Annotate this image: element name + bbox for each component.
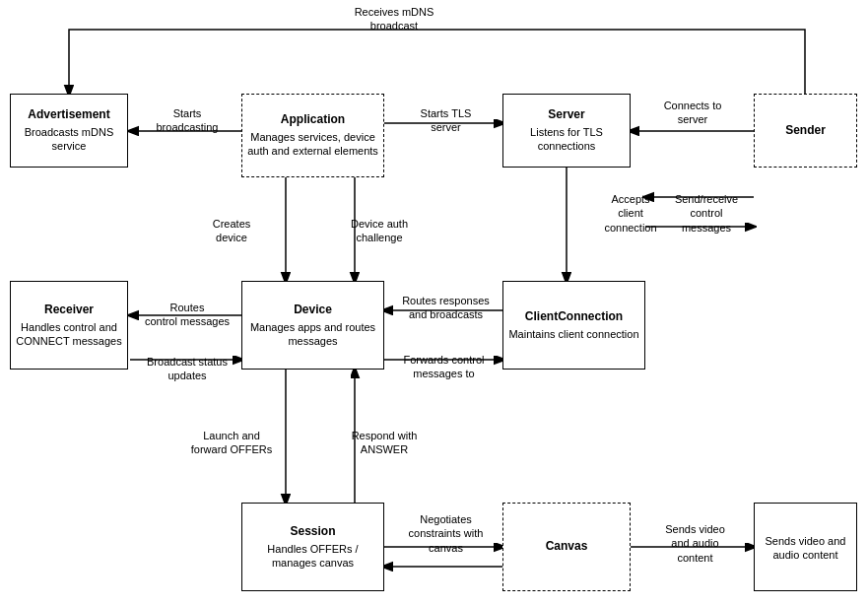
connects-server-label: Connects toserver: [638, 99, 747, 127]
device-title: Device: [294, 303, 332, 318]
clientconnection-desc: Maintains client connection: [508, 327, 638, 341]
routes-responses-label: Routes responsesand broadcasts: [389, 294, 502, 322]
session-box: Session Handles OFFERs / manages canvas: [241, 503, 384, 591]
canvas-title: Canvas: [546, 539, 588, 555]
application-title: Application: [281, 112, 345, 128]
canvas-box: Canvas: [502, 503, 631, 591]
clientconnection-title: ClientConnection: [525, 309, 623, 325]
starts-broadcasting-label: Startsbroadcasting: [138, 106, 236, 135]
receiver-title: Receiver: [44, 303, 94, 318]
creates-device-label: Createsdevice: [192, 217, 271, 245]
sender-box: Sender: [754, 94, 857, 168]
sender2-desc: Sends video and audio content: [759, 534, 852, 563]
negotiates-label: Negotiatesconstraints withcanvas: [389, 512, 502, 555]
starts-tls-label: Starts TLSserver: [394, 106, 498, 135]
receiver-desc: Handles control and CONNECT messages: [15, 320, 123, 349]
sender-title: Sender: [785, 123, 826, 139]
device-desc: Manages apps and routes messages: [246, 320, 379, 349]
sends-video-label: Sends videoand audiocontent: [638, 522, 752, 565]
send-receive-label: Send/receivecontrolmessages: [662, 192, 751, 235]
server-box: Server Listens for TLS connections: [502, 94, 631, 168]
forwards-control-label: Forwards controlmessages to: [387, 353, 501, 381]
session-title: Session: [290, 524, 335, 540]
device-box: Device Manages apps and routes messages: [241, 281, 384, 370]
launch-forward-label: Launch andforward OFFERs: [187, 429, 276, 457]
session-desc: Handles OFFERs / manages canvas: [246, 542, 379, 571]
application-desc: Manages services, device auth and extern…: [246, 130, 379, 159]
clientconnection-box: ClientConnection Maintains client connec…: [502, 281, 645, 370]
broadcast-status-label: Broadcast statusupdates: [133, 355, 241, 383]
advertisement-title: Advertisement: [28, 107, 109, 123]
respond-answer-label: Respond withANSWER: [340, 429, 429, 457]
advertisement-box: Advertisement Broadcasts mDNS service: [10, 94, 128, 168]
application-box: Application Manages services, device aut…: [241, 94, 384, 177]
device-auth-label: Device authchallenge: [335, 217, 424, 245]
server-desc: Listens for TLS connections: [507, 125, 626, 154]
routes-control-label: Routescontrol messages: [133, 301, 241, 329]
receiver-box: Receiver Handles control and CONNECT mes…: [10, 281, 128, 370]
sender2-box: Sends video and audio content: [754, 503, 857, 591]
diagram: Advertisement Broadcasts mDNS service Ap…: [0, 0, 868, 606]
receives-mdns-label: Receives mDNS broadcast: [345, 5, 443, 34]
advertisement-desc: Broadcasts mDNS service: [15, 125, 123, 154]
server-title: Server: [548, 107, 584, 123]
